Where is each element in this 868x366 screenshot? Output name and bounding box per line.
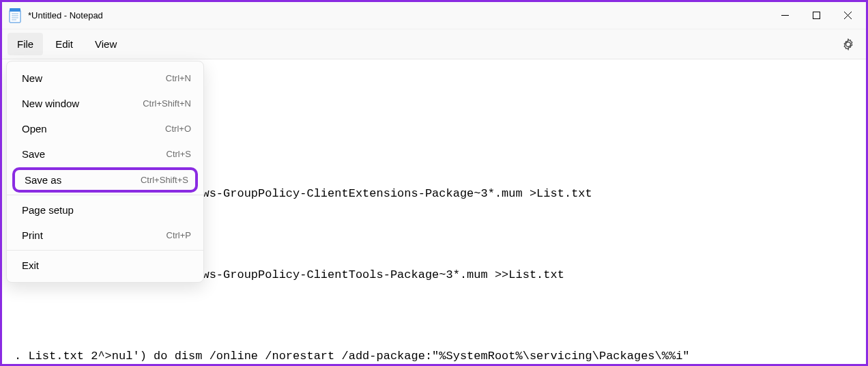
menu-item-shortcut: Ctrl+N [166, 73, 191, 83]
menu-separator [7, 250, 203, 251]
menu-item-label: Save [22, 148, 167, 160]
minimize-button[interactable] [769, 3, 800, 29]
menu-item-new[interactable]: New Ctrl+N [7, 66, 203, 91]
menu-edit[interactable]: Edit [46, 33, 83, 55]
menu-item-shortcut: Ctrl+Shift+N [143, 98, 191, 109]
menu-item-label: Save as [25, 174, 141, 186]
gear-icon [842, 38, 854, 51]
notepad-icon [9, 8, 21, 23]
menu-item-shortcut: Ctrl+O [165, 124, 191, 134]
menu-item-label: Exit [22, 259, 191, 271]
menu-item-save[interactable]: Save Ctrl+S [7, 141, 203, 167]
svg-rect-0 [10, 10, 20, 23]
menu-item-label: New window [22, 98, 143, 109]
menu-item-print[interactable]: Print Ctrl+P [7, 223, 203, 248]
menu-item-shortcut: Ctrl+S [167, 149, 191, 159]
menu-item-label: Open [22, 123, 165, 135]
svg-rect-7 [813, 12, 820, 19]
menu-item-label: Page setup [22, 204, 191, 216]
titlebar: *Untitled - Notepad [2, 2, 866, 29]
window-title: *Untitled - Notepad [28, 10, 103, 20]
close-button[interactable] [832, 3, 863, 29]
menu-item-shortcut: Ctrl+P [167, 230, 191, 240]
menu-view[interactable]: View [85, 33, 126, 55]
menubar: File Edit View [2, 29, 866, 59]
menu-item-open[interactable]: Open Ctrl+O [7, 116, 203, 141]
maximize-button[interactable] [800, 3, 832, 29]
menu-item-new-window[interactable]: New window Ctrl+Shift+N [7, 91, 203, 116]
file-menu-dropdown: New Ctrl+N New window Ctrl+Shift+N Open … [6, 61, 204, 283]
menu-item-page-setup[interactable]: Page setup [7, 197, 203, 223]
menu-item-exit[interactable]: Exit [7, 253, 203, 278]
menu-item-label: Print [22, 229, 167, 241]
menu-item-label: New [22, 72, 166, 84]
svg-rect-1 [10, 8, 20, 12]
settings-button[interactable] [836, 32, 860, 57]
menu-file[interactable]: File [8, 33, 43, 55]
menu-item-save-as[interactable]: Save as Ctrl+Shift+S [12, 167, 198, 193]
menu-item-shortcut: Ctrl+Shift+S [141, 175, 188, 185]
editor-line: . List.txt 2^>nul') do dism /online /nor… [14, 346, 854, 365]
menu-separator [7, 195, 203, 195]
